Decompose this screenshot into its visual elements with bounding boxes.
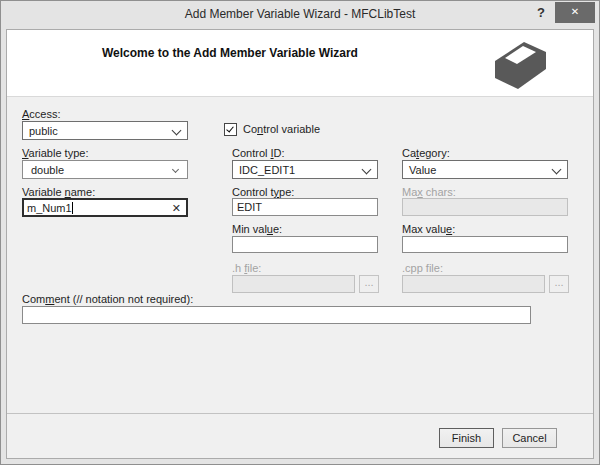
h-file-label: .h file:	[232, 262, 261, 274]
variable-name-value: m_Num1	[27, 202, 72, 214]
control-type-input[interactable]: EDIT	[232, 198, 378, 216]
chevron-down-icon	[552, 165, 562, 175]
control-id-value: IDC_EDIT1	[239, 164, 295, 176]
max-value-label: Max value:	[402, 223, 455, 235]
help-icon: ?	[537, 5, 545, 20]
control-type-label: Control type:	[232, 186, 294, 198]
cpp-file-browse-button: ...	[549, 275, 569, 293]
clear-text-icon[interactable]: ✕	[172, 201, 181, 216]
variable-type-combobox[interactable]: double	[22, 160, 188, 179]
control-variable-label[interactable]: Control variable	[243, 123, 320, 135]
comment-input[interactable]	[22, 306, 531, 324]
dialog-client-area: Welcome to the Add Member Variable Wizar…	[6, 29, 594, 459]
variable-name-input[interactable]: m_Num1 ✕	[22, 198, 188, 217]
control-type-value: EDIT	[237, 201, 262, 213]
min-value-input[interactable]	[232, 236, 378, 253]
max-chars-input	[402, 198, 568, 216]
h-file-input	[232, 275, 355, 293]
variable-name-label: Variable name:	[22, 186, 95, 198]
window-title: Add Member Variable Wizard - MFCLibTest	[1, 1, 599, 29]
variable-type-label: Variable type:	[22, 147, 88, 159]
chevron-down-icon	[362, 165, 372, 175]
cpp-file-label: .cpp file:	[402, 262, 443, 274]
category-label: Category:	[402, 147, 450, 159]
min-value-label: Min value:	[232, 223, 282, 235]
variable-type-value: double	[31, 164, 64, 176]
cpp-file-input	[402, 275, 545, 293]
chevron-down-icon	[172, 166, 179, 173]
cancel-button[interactable]: Cancel	[502, 428, 557, 448]
titlebar: Add Member Variable Wizard - MFCLibTest …	[1, 1, 599, 29]
help-button[interactable]: ?	[532, 2, 550, 24]
wizard-header: Welcome to the Add Member Variable Wizar…	[7, 30, 593, 97]
access-label: Access:	[22, 108, 61, 120]
category-value: Value	[409, 164, 436, 176]
finish-button[interactable]: Finish	[439, 428, 494, 448]
control-id-label: Control ID:	[232, 147, 285, 159]
close-button[interactable]: ✕	[555, 2, 595, 23]
max-chars-label: Max chars:	[402, 186, 456, 198]
category-combobox[interactable]: Value	[402, 160, 568, 179]
control-id-combobox[interactable]: IDC_EDIT1	[232, 160, 378, 179]
control-variable-checkbox[interactable]	[224, 123, 237, 136]
max-value-input[interactable]	[402, 236, 568, 253]
button-row-separator	[7, 413, 593, 414]
h-file-browse-button: ...	[359, 275, 379, 293]
text-caret	[72, 202, 73, 214]
comment-label: Comment (// notation not required):	[22, 293, 193, 305]
add-member-variable-wizard-dialog: Add Member Variable Wizard - MFCLibTest …	[0, 0, 600, 465]
chevron-down-icon	[172, 126, 182, 136]
checkmark-icon	[226, 125, 234, 133]
wizard-welcome-title: Welcome to the Add Member Variable Wizar…	[102, 46, 358, 60]
close-icon: ✕	[571, 6, 579, 17]
access-value: public	[29, 125, 58, 137]
access-combobox[interactable]: public	[22, 121, 188, 140]
wizard-box-icon	[495, 42, 548, 91]
